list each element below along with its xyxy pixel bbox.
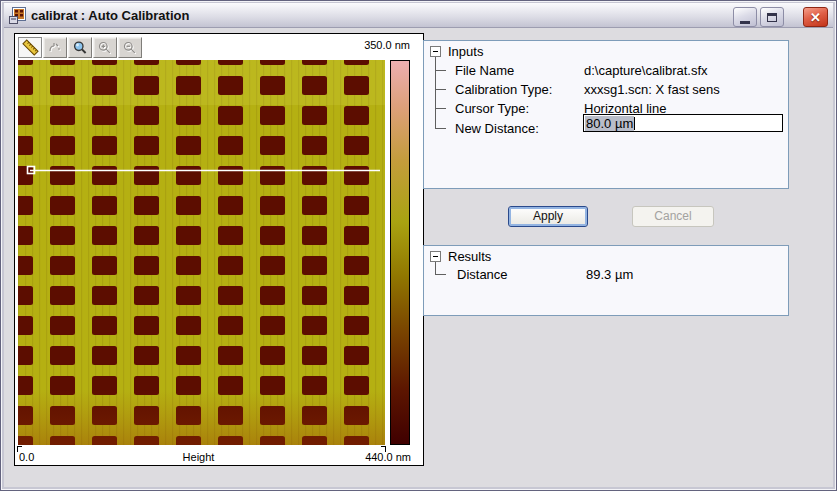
file-name-value: d:\capture\calibrat.sfx xyxy=(584,63,708,78)
zoom-in-icon xyxy=(97,40,113,56)
scan-image-panel: 350.0 nm xyxy=(14,33,424,466)
minimize-button[interactable] xyxy=(733,7,757,27)
tree-branch xyxy=(435,274,446,275)
tree-line xyxy=(435,57,436,128)
dialog-body: 350.0 nm xyxy=(4,28,833,486)
axis-title-label: Height xyxy=(15,451,382,463)
text-caret xyxy=(634,117,635,130)
z-scale-max-label: 350.0 nm xyxy=(364,39,410,51)
height-colorbar xyxy=(390,60,410,445)
axis-max-label: 440.0 nm xyxy=(365,451,411,463)
results-title: Results xyxy=(448,249,491,264)
app-icon xyxy=(9,7,26,24)
tree-branch xyxy=(435,108,446,109)
apply-button[interactable]: Apply xyxy=(508,206,588,227)
x-axis-labels: 0.0 Height 440.0 nm xyxy=(15,451,423,465)
magnifier-tool-button[interactable] xyxy=(68,37,92,58)
ruler-icon xyxy=(22,39,39,56)
file-name-label: File Name xyxy=(455,63,514,78)
window-title: calibrat : Auto Calibration xyxy=(31,8,189,23)
new-distance-selected-text: 80.0 µm xyxy=(585,116,634,131)
zoom-out-tool-button xyxy=(118,37,142,58)
close-button[interactable]: ✕ xyxy=(803,7,828,27)
inputs-panel: Inputs File Name d:\capture\calibrat.sfx… xyxy=(423,40,789,189)
app-window: calibrat : Auto Calibration ✕ xyxy=(0,0,837,491)
calibration-type-label: Calibration Type: xyxy=(455,82,552,97)
tree-branch xyxy=(435,70,446,71)
zoom-out-icon xyxy=(122,40,138,56)
tree-branch xyxy=(435,89,446,90)
results-panel: Results Distance 89.3 µm xyxy=(423,245,789,316)
distance-value: 89.3 µm xyxy=(586,267,633,282)
collapse-icon[interactable] xyxy=(430,46,441,57)
distance-label: Distance xyxy=(457,267,508,282)
afm-scan-image[interactable] xyxy=(18,60,385,445)
zoom-in-tool-button xyxy=(93,37,117,58)
magnifier-icon xyxy=(72,40,88,56)
hand-tool-icon xyxy=(47,40,63,56)
tree-line xyxy=(435,262,436,274)
title-bar[interactable]: calibrat : Auto Calibration ✕ xyxy=(4,3,833,28)
calibration-type-value: xxxsg1.scn: X fast sens xyxy=(584,82,720,97)
cursor-type-label: Cursor Type: xyxy=(455,101,529,116)
minimize-icon xyxy=(740,21,750,24)
ruler-tool-button[interactable] xyxy=(18,37,42,58)
new-distance-input[interactable]: 80.0 µm xyxy=(583,114,783,132)
hand-tool-button xyxy=(43,37,67,58)
inputs-title: Inputs xyxy=(448,44,483,59)
cancel-button: Cancel xyxy=(632,206,714,227)
maximize-button[interactable] xyxy=(760,7,784,27)
close-icon: ✕ xyxy=(810,11,821,24)
tree-branch xyxy=(435,128,446,129)
new-distance-label: New Distance: xyxy=(455,121,539,136)
collapse-icon[interactable] xyxy=(430,251,441,262)
maximize-icon xyxy=(767,13,777,22)
